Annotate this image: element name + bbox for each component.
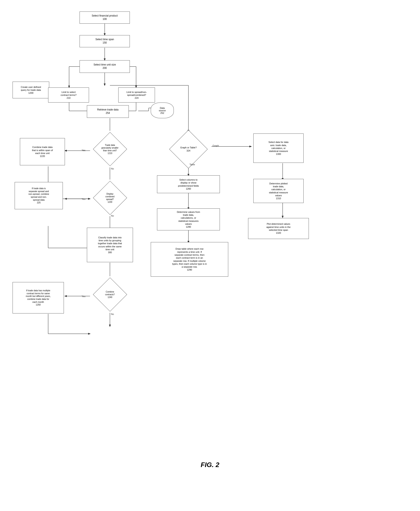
if-trade-spread-box: If trade data is separate spread and non… bbox=[15, 182, 63, 209]
trade-granularity-diamond: Trade data granularity smaller than time… bbox=[91, 131, 129, 167]
data-source-label: Data source 252 bbox=[159, 107, 166, 114]
combine-trade-box: Combine trade data that is within span o… bbox=[20, 138, 65, 165]
select-time-span-box: Select time span 150 bbox=[80, 35, 130, 47]
determine-plotted-label: Determine plotted trade data, calculatio… bbox=[269, 182, 288, 200]
no3-label: No bbox=[111, 313, 114, 315]
limit-spread-box: Limit to spread/non- spread/combined? 22… bbox=[118, 88, 155, 103]
display-combined-label: Display combined spread? 1230 bbox=[97, 193, 122, 203]
combine-trade-label: Combine trade data that is within span o… bbox=[32, 146, 53, 158]
yes1-label: Yes bbox=[82, 149, 85, 151]
no2-label: No bbox=[111, 215, 114, 217]
trade-granularity-label: Trade data granularity smaller than time… bbox=[96, 144, 124, 155]
graph-or-table-label: Graph or Table? 324 bbox=[175, 146, 202, 152]
determine-values-box: Determine values from trade data, calcul… bbox=[157, 208, 220, 230]
select-data-axis-label: Select data for data axis: trade data, c… bbox=[268, 141, 288, 156]
if-trade-multiple-label: If trade data has multiple contract term… bbox=[26, 289, 51, 306]
create-user-query-box: Create user defined query for trade data… bbox=[13, 81, 49, 98]
table-label: Table bbox=[189, 163, 195, 166]
select-time-unit-label: Select time unit size 200 bbox=[94, 63, 116, 70]
data-source-box: Data source 252 bbox=[151, 103, 174, 118]
yes3-label: Yes bbox=[82, 295, 85, 297]
limit-contract-label: Limit to select contract terms? 210 bbox=[61, 91, 77, 100]
display-combined-diamond: Display combined spread? 1230 bbox=[91, 179, 129, 216]
classify-trade-box: Classify trade data into time units by g… bbox=[87, 228, 133, 262]
draw-table-label: Draw table where each row represents a t… bbox=[172, 247, 207, 271]
classify-trade-label: Classify trade data into time units by g… bbox=[98, 236, 122, 254]
graph-label: Graph bbox=[212, 144, 219, 147]
flowchart-diagram: Select financial product 100 Select time… bbox=[0, 0, 420, 481]
limit-contract-box: Limit to select contract terms? 210 bbox=[48, 88, 89, 103]
no1-label: No bbox=[111, 167, 114, 170]
select-columns-box: Select columns to display or show predet… bbox=[157, 175, 220, 193]
select-financial-product-label: Select financial product 100 bbox=[92, 14, 118, 21]
retrieve-trade-box: Retrieve trade data 254 bbox=[87, 105, 129, 118]
arrows-svg bbox=[0, 0, 420, 481]
limit-spread-label: Limit to spread/non- spread/combined? 22… bbox=[127, 91, 147, 100]
create-user-query-label: Create user defined query for trade data… bbox=[21, 86, 41, 95]
select-data-axis-box: Select data for data axis: trade data, c… bbox=[253, 133, 304, 163]
select-time-unit-box: Select time unit size 200 bbox=[80, 60, 130, 73]
select-financial-product-box: Select financial product 100 bbox=[80, 12, 130, 24]
combine-contracts-label: Combine contracts? 1240 bbox=[97, 290, 122, 299]
if-trade-spread-label: If trade data is separate spread and non… bbox=[29, 187, 49, 204]
plot-determined-box: Plot determined values against time unit… bbox=[248, 218, 309, 239]
retrieve-trade-label: Retrieve trade data 254 bbox=[97, 108, 119, 115]
plot-determined-label: Plot determined values against time unit… bbox=[266, 222, 291, 234]
determine-values-label: Determine values from trade data, calcul… bbox=[177, 210, 200, 229]
if-trade-multiple-box: If trade data has multiple contract term… bbox=[13, 282, 64, 313]
combine-contracts-diamond: Combine contracts? 1240 bbox=[91, 276, 129, 313]
draw-table-box: Draw table where each row represents a t… bbox=[151, 242, 228, 277]
determine-plotted-box: Determine plotted trade data, calculatio… bbox=[253, 179, 304, 203]
select-columns-label: Select columns to display or show predet… bbox=[178, 178, 199, 190]
select-time-span-label: Select time span 150 bbox=[96, 38, 114, 44]
figure-label: FIG. 2 bbox=[201, 461, 219, 469]
graph-or-table-diamond: Graph or Table? 324 bbox=[167, 131, 209, 167]
yes2-label: Yes bbox=[82, 198, 85, 200]
